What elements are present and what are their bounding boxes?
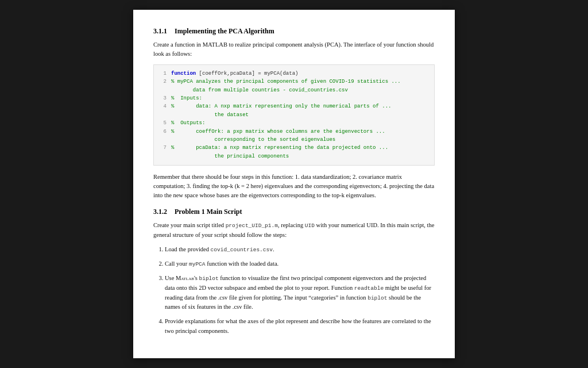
code-line-7: 7 % pcaData: a nxp matrix representing t… [160,144,428,152]
section-312-heading: 3.1.2 Problem 1 Main Script [153,208,435,216]
step-4: Provide explanations for what the axes o… [165,317,435,336]
code-line-1: 1 function [coeffOrk,pcaData] = myPCA(da… [160,70,428,78]
steps-list: Load the provided covid_countries.csv. C… [153,245,435,336]
section-311-reminder: Remember that there should be four steps… [153,172,435,200]
code-line-2: 2 % myPCA analyzes the principal compone… [160,78,428,86]
inline-code-biplot2: biplot [368,295,387,301]
section-312-title: Problem 1 Main Script [175,208,242,216]
code-block-pca: 1 function [coeffOrk,pcaData] = myPCA(da… [153,64,435,166]
code-line-7b: the principal components [160,152,428,160]
inline-code-readtable: readtable [354,285,384,292]
code-line-2b: data from multiple countries - covid_cou… [160,86,428,94]
section-311-intro: Create a function in MATLAB to realize p… [153,40,435,59]
code-line-4: 4 % data: A nxp matrix representing only… [160,102,428,110]
section-311-heading: 3.1.1 Implementing the PCA Algorithm [153,27,435,36]
code-line-3: 3 % Inputs: [160,94,428,102]
inline-code-project: project_UID_p1.m [226,223,278,229]
code-line-5: 5 % Outputs: [160,119,428,127]
step-3: Use Matlab's biplot function to visualiz… [165,274,435,312]
section-312-intro: Create your main script titled project_U… [153,221,435,239]
inline-code-biplot: biplot [199,275,218,282]
section-311-title: Implementing the PCA Algorithm [175,27,274,35]
inline-code-mypca: myPCA [189,261,206,267]
inline-code-csv: covid_countries.csv [211,247,273,253]
section-311-number: 3.1.1 [153,27,167,35]
code-line-6b: corresponding to the sorted eigenvalues [160,136,428,144]
step-1: Load the provided covid_countries.csv. [165,245,435,255]
code-line-4b: the dataset [160,111,428,119]
matlab-smallcaps: Matlab [176,275,194,281]
document-page: 3.1.1 Implementing the PCA Algorithm Cre… [133,10,455,358]
step-2: Call your myPCA function with the loaded… [165,259,435,269]
inline-code-uid: UID [305,223,315,229]
section-312-number: 3.1.2 [153,208,167,216]
code-line-6: 6 % coeffOrk: a pxp matrix whose columns… [160,128,428,136]
